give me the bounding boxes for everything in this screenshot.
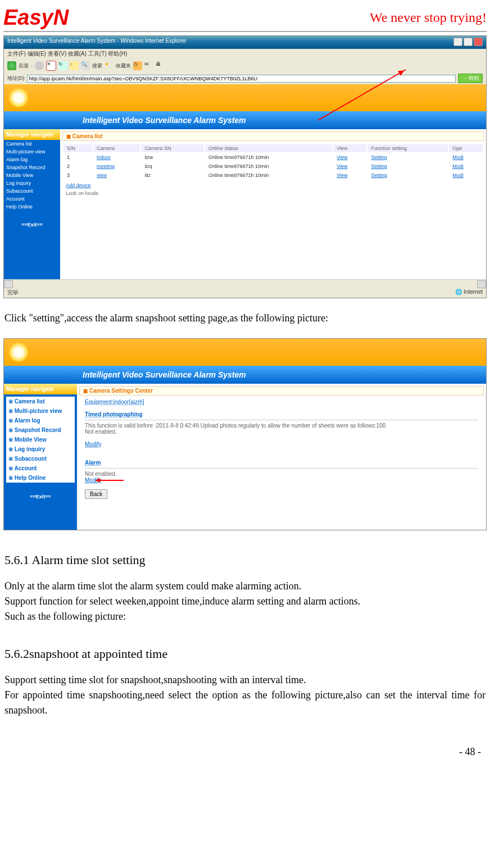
nav-multi-picture[interactable]: Multi-picture view <box>4 148 60 156</box>
status-done: 完毕 <box>7 289 19 297</box>
divider <box>85 468 478 469</box>
home-icon[interactable]: ⌂ <box>70 61 79 70</box>
heading-561: 5.6.1 Alarm time slot setting <box>4 553 486 567</box>
nav-alarm-log[interactable]: Alarm log <box>4 156 60 163</box>
setting-link[interactable]: Setting <box>368 162 448 170</box>
nav-help-online[interactable]: Help Online <box>6 473 75 483</box>
nav-account[interactable]: Account <box>6 463 75 473</box>
status-bar: 完毕 🌐 Internet <box>4 288 486 298</box>
paragraph: Support setting time slot for snapshoot,… <box>4 672 486 718</box>
alarm-heading[interactable]: Alarm <box>85 460 478 466</box>
close-icon[interactable] <box>474 38 483 46</box>
nav-snapshot-record[interactable]: Snapshot Record <box>6 425 75 435</box>
window-titlebar: Intelligent Video Surveillance Alarm Sys… <box>4 36 486 49</box>
window-title: Intelligent Video Surveillance Alarm Sys… <box>7 38 187 47</box>
table-header-row: S/N Camera Camera SN Online status View … <box>63 144 483 152</box>
nav-exit[interactable]: ==Exit== <box>4 222 60 228</box>
mail-icon[interactable]: ✉ <box>144 61 153 70</box>
nav-title: Manager navigate <box>4 129 60 140</box>
address-label: 地址(D) <box>7 75 25 82</box>
search-label[interactable]: 搜索 <box>92 62 102 70</box>
timed-photo-text: This function is valid before :2011-9-8 … <box>85 422 478 429</box>
main-content: ◼ Camera list S/N Camera Camera SN Onlin… <box>60 129 486 279</box>
view-link[interactable]: View <box>333 171 366 179</box>
modify-link[interactable]: Modify <box>85 441 478 447</box>
equipment-link[interactable]: Equipment:indoor[aizrh] <box>85 399 478 405</box>
not-enabled-text: Not enabled. <box>85 471 478 477</box>
app-banner: Intelligent Video Surveillance Alarm Sys… <box>4 366 486 384</box>
panel-title: ◼ Camera Settings Center <box>79 386 484 396</box>
status-internet: 🌐 Internet <box>455 289 483 297</box>
camera-link[interactable]: view <box>93 171 140 179</box>
minimize-icon[interactable] <box>453 38 462 46</box>
nav-subaccount[interactable]: Subaccount <box>4 187 60 195</box>
main-content: ◼ Camera Settings Center Equipment:indoo… <box>77 384 486 530</box>
nav-camera-list[interactable]: Camera list <box>6 397 75 406</box>
back-label[interactable]: 后退 <box>19 62 29 70</box>
table-row: 3viewiitzOnline time976671h 10minViewSet… <box>63 171 483 179</box>
back-icon[interactable] <box>7 61 16 70</box>
nav-mobile-view[interactable]: Mobile View <box>6 435 75 444</box>
timed-photo-heading[interactable]: Timed photographing <box>85 411 478 417</box>
nav-account[interactable]: Account <box>4 195 60 203</box>
go-button[interactable]: → 转到 <box>458 74 483 83</box>
stop-icon[interactable]: ✕ <box>46 61 56 71</box>
refresh-icon[interactable]: ↻ <box>58 61 67 70</box>
paragraph: Click "setting",access the alarm snapsho… <box>4 311 486 326</box>
app-header <box>4 84 486 111</box>
col-camera: Camera <box>93 144 140 152</box>
app-header <box>4 339 486 366</box>
page-number: - 48 - <box>9 746 481 758</box>
nav-log-inquiry[interactable]: Log inquiry <box>4 179 60 187</box>
screenshot-1: Intelligent Video Surveillance Alarm Sys… <box>3 35 487 298</box>
col-sn: S/N <box>63 144 92 152</box>
paragraph: Only at the alarm time slot the alarm sy… <box>4 579 486 624</box>
camera-link[interactable]: meeting <box>93 162 140 170</box>
setting-link[interactable]: Setting <box>368 153 448 161</box>
history-icon[interactable]: ◷ <box>133 61 142 70</box>
menu-bar[interactable]: 文件(F) 编辑(E) 查看(V) 收藏(A) 工具(T) 帮助(H) <box>4 49 486 59</box>
col-ope: Ope <box>449 144 483 152</box>
search-icon[interactable]: 🔍 <box>81 61 90 70</box>
annotation-arrow <box>96 480 124 481</box>
sun-icon <box>8 342 29 362</box>
nav-camera-list[interactable]: Camera list <box>4 140 60 148</box>
nav-mobile-view[interactable]: Mobile View <box>4 171 60 179</box>
nav-alarm-log[interactable]: Alarm log <box>6 416 75 425</box>
horizontal-scrollbar[interactable] <box>4 279 486 288</box>
favorites-label[interactable]: 收藏夹 <box>116 62 131 70</box>
favorites-icon[interactable]: ★ <box>105 61 114 70</box>
add-device-link[interactable]: Add device <box>66 183 480 188</box>
nav-help-online[interactable]: Help Online <box>4 203 60 211</box>
nav-exit[interactable]: ==Exit== <box>4 494 77 499</box>
view-link[interactable]: View <box>333 162 366 170</box>
view-link[interactable]: View <box>333 153 366 161</box>
modify-link[interactable]: Modi <box>449 162 483 170</box>
nav-log-inquiry[interactable]: Log inquiry <box>6 444 75 454</box>
look-locale: Look on locale <box>66 190 480 196</box>
modify-link[interactable]: Modi <box>449 153 483 161</box>
nav-multi-picture[interactable]: Multi-picture view <box>6 406 75 416</box>
table-row: 1indooriizwOnline time976671h 10minViewS… <box>63 153 483 161</box>
camera-link[interactable]: indoor <box>93 153 140 161</box>
forward-icon[interactable] <box>35 61 44 70</box>
nav-snapshot-record[interactable]: Snapshot Record <box>4 163 60 171</box>
sun-icon <box>8 88 29 108</box>
not-enabled-text: Not enabled. <box>85 429 478 435</box>
address-bar: 地址(D) → 转到 <box>4 72 486 84</box>
print-icon[interactable]: 🖶 <box>156 61 165 70</box>
modify-link[interactable]: Modi <box>449 171 483 179</box>
nav-title: Manager navigate <box>4 384 77 394</box>
sidebar: Manager navigate Camera list Multi-pictu… <box>4 129 60 279</box>
table-row: 2meetingiizqOnline time976671h 10minView… <box>63 162 483 170</box>
sidebar: Manager navigate Camera list Multi-pictu… <box>4 384 77 530</box>
divider <box>85 420 478 420</box>
setting-link[interactable]: Setting <box>368 171 448 179</box>
window-buttons <box>452 38 483 47</box>
col-function-setting: Function setting <box>368 144 448 152</box>
maximize-icon[interactable] <box>464 38 473 46</box>
back-button[interactable]: Back <box>85 489 107 499</box>
camera-table: S/N Camera Camera SN Online status View … <box>62 143 484 180</box>
nav-subaccount[interactable]: Subaccount <box>6 454 75 463</box>
heading-562: 5.6.2snapshoot at appointed time <box>4 647 486 661</box>
